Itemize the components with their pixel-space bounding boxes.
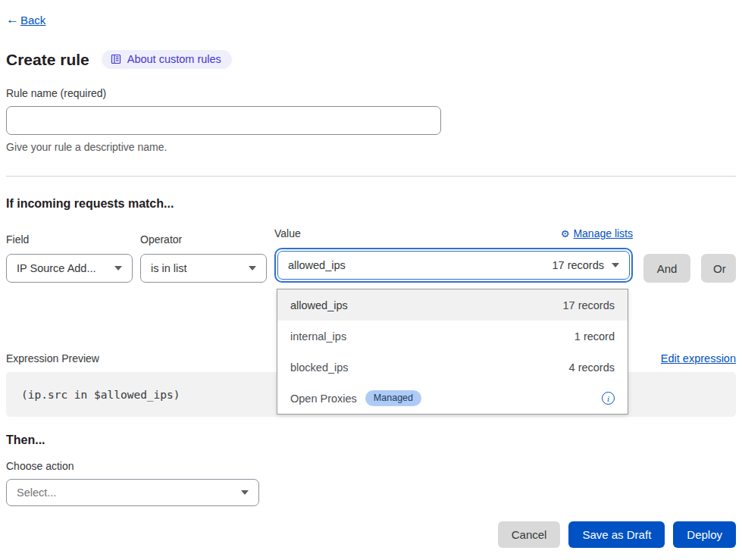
then-section-heading: Then... xyxy=(6,433,736,447)
about-custom-rules-label: About custom rules xyxy=(127,53,221,65)
back-arrow-icon: ← xyxy=(6,12,19,27)
value-column: Value ⚙ Manage lists allowed_ips 17 reco… xyxy=(274,227,633,283)
value-select-value: allowed_ips xyxy=(288,259,346,271)
rule-name-input[interactable] xyxy=(6,106,441,135)
section-divider xyxy=(6,176,736,177)
chevron-down-icon xyxy=(612,263,619,267)
title-row: Create rule About custom rules xyxy=(6,50,736,69)
operator-column: Operator is in list xyxy=(140,233,267,283)
field-select-value: IP Source Add... xyxy=(17,262,96,274)
list-option-record-count: 4 records xyxy=(569,361,615,374)
create-rule-page: ← Back Create rule About custom rules Ru… xyxy=(0,0,742,548)
list-option-name: blocked_ips xyxy=(290,361,349,374)
list-option-name: allowed_ips xyxy=(290,299,348,311)
field-label: Field xyxy=(6,233,29,246)
footer-actions: Cancel Save as Draft Deploy xyxy=(6,521,736,548)
condition-row: Field IP Source Add... Operator is in li… xyxy=(6,227,736,283)
chevron-down-icon xyxy=(249,266,256,271)
chevron-down-icon xyxy=(241,490,249,495)
and-button[interactable]: And xyxy=(643,254,690,283)
action-select-placeholder: Select... xyxy=(17,486,56,499)
operator-select[interactable]: is in list xyxy=(140,254,267,283)
value-select[interactable]: allowed_ips 17 records xyxy=(277,251,630,280)
manage-lists-link[interactable]: ⚙ Manage lists xyxy=(561,227,633,239)
list-option-name: Open Proxies xyxy=(290,393,357,405)
rule-name-help-text: Give your rule a descriptive name. xyxy=(6,141,736,153)
cancel-button[interactable]: Cancel xyxy=(498,521,561,548)
list-option-allowed-ips[interactable]: allowed_ips 17 records xyxy=(277,289,628,321)
match-section-heading: If incoming requests match... xyxy=(6,197,736,211)
value-select-focus-ring: allowed_ips 17 records xyxy=(274,248,633,283)
rule-name-label: Rule name (required) xyxy=(6,87,736,99)
expression-code: (ip.src in $allowed_ips) xyxy=(21,389,180,401)
expression-preview-label: Expression Preview xyxy=(6,352,99,364)
save-as-draft-button[interactable]: Save as Draft xyxy=(568,521,665,548)
about-custom-rules-link[interactable]: About custom rules xyxy=(102,50,232,69)
page-title: Create rule xyxy=(6,51,89,69)
list-dropdown-panel: allowed_ips 17 records internal_ips 1 re… xyxy=(277,289,628,415)
field-column: Field IP Source Add... xyxy=(6,233,133,283)
manage-lists-label: Manage lists xyxy=(573,227,633,239)
operator-select-value: is in list xyxy=(151,262,187,274)
list-option-record-count: 1 record xyxy=(575,330,615,343)
back-link-label: Back xyxy=(20,14,45,27)
book-icon xyxy=(111,54,121,64)
operator-label: Operator xyxy=(140,233,182,246)
managed-badge: Managed xyxy=(365,390,421,406)
list-option-record-count: 17 records xyxy=(562,299,615,311)
edit-expression-link[interactable]: Edit expression xyxy=(661,352,736,364)
list-option-blocked-ips[interactable]: blocked_ips 4 records xyxy=(277,352,628,383)
list-option-internal-ips[interactable]: internal_ips 1 record xyxy=(277,321,628,352)
list-option-open-proxies[interactable]: Open Proxies Managed i xyxy=(277,383,628,414)
info-icon[interactable]: i xyxy=(602,392,615,405)
or-button[interactable]: Or xyxy=(701,254,736,283)
field-select[interactable]: IP Source Add... xyxy=(6,254,133,283)
value-select-record-count: 17 records xyxy=(552,259,604,271)
deploy-button[interactable]: Deploy xyxy=(673,521,736,548)
back-link[interactable]: ← Back xyxy=(6,12,45,27)
gear-icon: ⚙ xyxy=(561,228,570,239)
action-select[interactable]: Select... xyxy=(6,479,259,506)
chevron-down-icon xyxy=(114,266,122,271)
value-label: Value xyxy=(274,227,301,239)
choose-action-label: Choose action xyxy=(6,460,736,472)
list-option-name: internal_ips xyxy=(290,330,346,343)
